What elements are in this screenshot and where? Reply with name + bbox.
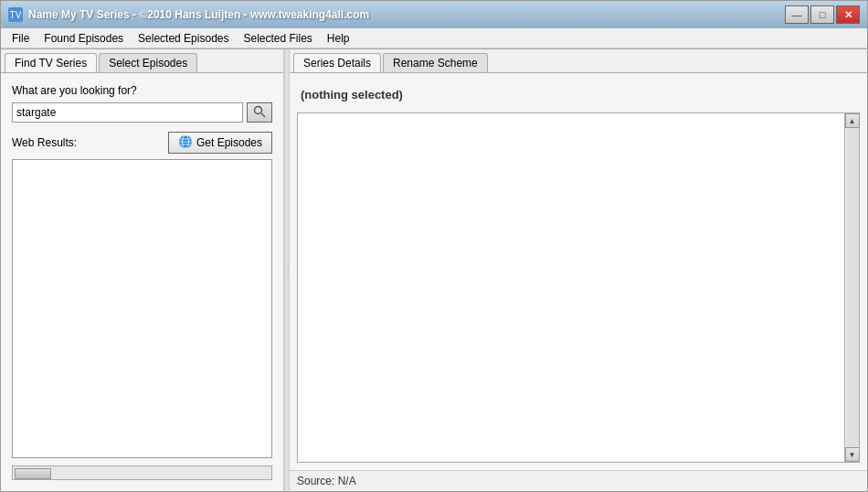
menu-selected-files[interactable]: Selected Files [236, 30, 319, 47]
window-controls: — □ ✕ [785, 5, 860, 24]
menu-bar: File Found Episodes Selected Episodes Se… [1, 28, 867, 48]
maximize-button[interactable]: □ [810, 5, 834, 24]
title-bar-left: TV Name My TV Series - ©2010 Hans Luijte… [8, 7, 369, 22]
vertical-scrollbar[interactable]: ▲ ▼ [844, 113, 859, 462]
get-episodes-label: Get Episodes [196, 136, 262, 149]
svg-line-1 [261, 113, 265, 117]
menu-file[interactable]: File [5, 30, 37, 47]
series-content-area: ▲ ▼ [297, 112, 860, 463]
search-input[interactable] [12, 102, 243, 123]
source-bar: Source: N/A [290, 470, 867, 491]
scroll-track[interactable] [846, 128, 859, 447]
menu-found-episodes[interactable]: Found Episodes [37, 30, 131, 47]
minimize-button[interactable]: — [785, 5, 809, 24]
left-tab-bar: Find TV Series Select Episodes [1, 49, 283, 73]
scroll-down-arrow[interactable]: ▼ [845, 447, 860, 462]
source-label: Source: N/A [297, 475, 356, 487]
web-results-label: Web Results: [12, 136, 77, 149]
horizontal-scrollbar[interactable] [12, 465, 272, 480]
tab-find-tv-series[interactable]: Find TV Series [5, 53, 97, 72]
tab-rename-scheme[interactable]: Rename Scheme [383, 53, 488, 72]
tab-select-episodes[interactable]: Select Episodes [99, 53, 197, 72]
tab-series-details[interactable]: Series Details [293, 53, 381, 72]
search-label: What are you looking for? [12, 84, 272, 97]
right-panel: Series Details Rename Scheme (nothing se… [290, 49, 867, 491]
search-row [12, 102, 272, 123]
right-panel-content: (nothing selected) ▲ ▼ [290, 73, 867, 470]
menu-selected-episodes[interactable]: Selected Episodes [131, 30, 236, 47]
app-icon: TV [8, 7, 23, 22]
left-panel-content: What are you looking for? Web Results: [1, 73, 283, 491]
window-title: Name My TV Series - ©2010 Hans Luijten -… [28, 8, 369, 21]
scroll-up-arrow[interactable]: ▲ [845, 113, 860, 128]
main-window: TV Name My TV Series - ©2010 Hans Luijte… [0, 0, 868, 492]
main-content: Find TV Series Select Episodes What are … [1, 48, 867, 491]
search-button[interactable] [247, 102, 272, 123]
svg-point-0 [255, 106, 262, 113]
globe-icon [178, 134, 193, 152]
scrollbar-thumb[interactable] [15, 468, 51, 479]
left-panel: Find TV Series Select Episodes What are … [1, 49, 284, 491]
title-bar: TV Name My TV Series - ©2010 Hans Luijte… [1, 1, 867, 28]
nothing-selected-label: (nothing selected) [297, 80, 860, 109]
get-episodes-button[interactable]: Get Episodes [168, 132, 272, 154]
search-icon [253, 105, 266, 121]
close-button[interactable]: ✕ [836, 5, 860, 24]
right-tab-bar: Series Details Rename Scheme [290, 49, 867, 73]
results-list[interactable] [12, 159, 272, 458]
menu-help[interactable]: Help [320, 30, 357, 47]
web-results-row: Web Results: Get Episodes [12, 132, 272, 154]
